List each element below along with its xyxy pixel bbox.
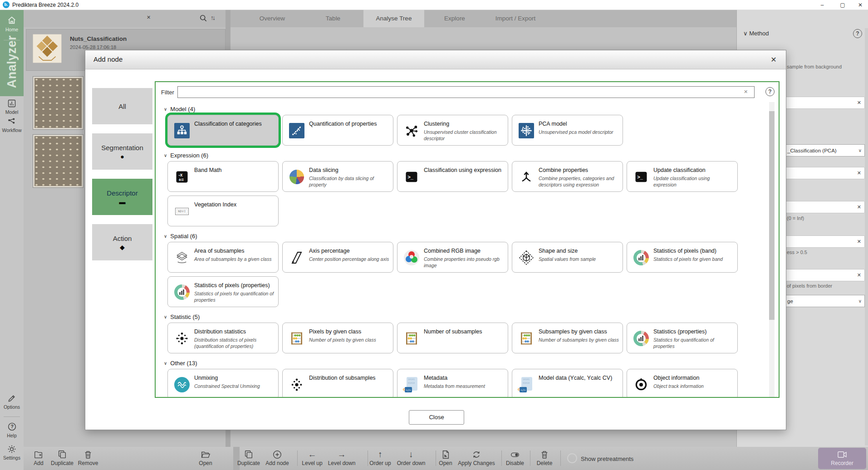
node-card-combine-properties[interactable]: Combine propertiesCombine properties, ca… (512, 161, 623, 192)
search-icon[interactable] (199, 14, 208, 24)
toolbar-button-order-down[interactable]: ↓Order down (390, 449, 432, 466)
node-card-pixels-by-given-class[interactable]: Pixels by given classNumber of pixels by… (282, 323, 393, 353)
filter-clear-icon[interactable]: ✕ (744, 89, 748, 95)
remove-icon[interactable]: ✕ (857, 239, 861, 245)
method-scrollbar[interactable] (865, 28, 868, 446)
toolbar-button-apply-changes[interactable]: Apply Changes (450, 449, 503, 466)
node-card-object-information[interactable]: Object informationObject track informati… (627, 369, 738, 397)
node-card-metadata[interactable]: 1010101010</>cMetadataMetadata from meas… (397, 369, 508, 397)
toolbar-button-remove[interactable]: Remove (74, 449, 102, 466)
node-card-combined-rgb-image[interactable]: Combined RGB imageCombine properties int… (397, 242, 508, 273)
category-button-action[interactable]: Action◆ (92, 224, 152, 260)
method-dropdown[interactable]: ge∨ (784, 295, 865, 307)
pretreatment-row: ✕ (784, 167, 865, 179)
filter-input[interactable] (177, 86, 755, 98)
node-card-statistics-properties[interactable]: Statistics (properties)Statistics for qu… (627, 323, 738, 353)
close-button[interactable]: Close (409, 410, 464, 425)
node-card-classification-of-categories[interactable]: Classification of categories (167, 115, 279, 146)
method-help-icon[interactable]: ? (853, 29, 862, 38)
node-card-classification-using-expression[interactable]: >_Classification using expression (397, 161, 508, 192)
tab-overview[interactable]: Overview (242, 10, 303, 27)
toolbar-button-label: Open (196, 460, 216, 466)
category-button-descriptor[interactable]: Descriptor▬ (92, 179, 152, 215)
toolbar-button-level-down[interactable]: →Level down (321, 449, 363, 466)
sidebar-item-settings[interactable]: Settings (0, 445, 24, 460)
recorder-button[interactable]: Recorder (818, 448, 866, 469)
node-card-axis-percentage[interactable]: Axis percentageCenter position percentag… (282, 242, 393, 273)
show-pretreatments-toggle[interactable] (567, 453, 577, 463)
node-card-model-data-ycalc-ycalc-cv[interactable]: 1010101010</>cModel data (Ycalc, Ycalc C… (512, 369, 623, 397)
project-thumbnail-icon (33, 34, 62, 65)
node-card-update-classification[interactable]: >_Update classificationUpdate classifica… (627, 161, 738, 192)
band-math-icon: -x+= (173, 168, 191, 186)
node-card-title: Classification using expression (424, 167, 506, 173)
sidebar-item-model[interactable]: Model (0, 99, 24, 115)
node-card-subtitle: Metadata from measurement (424, 383, 504, 390)
tab-table[interactable]: Table (303, 10, 363, 27)
dialog-close-icon[interactable]: ✕ (767, 54, 780, 65)
remove-icon[interactable]: ✕ (857, 204, 861, 210)
measurement-thumbnail[interactable] (33, 76, 83, 130)
toolbar-button-disable[interactable]: Disable (500, 449, 530, 466)
node-card-quantification-of-properties[interactable]: Quantification of properties (282, 115, 393, 146)
remove-icon[interactable]: ✕ (857, 100, 861, 106)
toolbar-button-open[interactable]: Open (196, 449, 216, 466)
sidebar-item-options[interactable]: Options (0, 394, 24, 410)
node-card-data-slicing[interactable]: Data slicingClassification by data slici… (282, 161, 393, 192)
method-label: (0 = Inf) (787, 215, 804, 221)
node-card-number-of-subsamples[interactable]: Number of subsamples (397, 323, 508, 353)
svg-text:>_: >_ (637, 174, 643, 180)
bottom-toolbar: AddDuplicateRemoveOpenDuplicateAdd node←… (24, 447, 868, 470)
tab-import-export[interactable]: Import / Export (485, 10, 546, 27)
section-header-other[interactable]: ∨Other (13) (164, 358, 767, 368)
remove-icon[interactable]: ✕ (857, 170, 861, 176)
section-header-spatial[interactable]: ∨Spatial (6) (164, 231, 767, 241)
section-header-expression[interactable]: ∨Expression (6) (164, 150, 767, 160)
node-card-subsamples-by-given-class[interactable]: Subsamples by given classNumber of subsa… (512, 323, 623, 353)
node-card-statistics-of-pixels-properties[interactable]: Statistics of pixels (properties)Statist… (167, 276, 279, 307)
minimize-button[interactable]: – (814, 0, 830, 10)
node-card-area-of-subsamples[interactable]: Area of subsamplesArea of subsamples by … (167, 242, 279, 273)
maximize-button[interactable]: ▢ (835, 0, 850, 10)
remove-icon[interactable]: ✕ (857, 272, 861, 278)
dots-distribution-icon (288, 376, 306, 394)
node-card-pca-model[interactable]: PCA modelUnsupervised pca model descript… (512, 115, 623, 146)
terminal-icon: >_ (402, 168, 421, 186)
tab-analyse-tree[interactable]: Analyse Tree (363, 10, 424, 27)
section-header-statistic[interactable]: ∨Statistic (5) (164, 312, 767, 322)
node-card-distribution-of-subsamples[interactable]: Distribution of subsamples (282, 369, 393, 397)
toolbar-button-label: Delete (531, 460, 558, 466)
method-dropdown[interactable]: _Classification (PCA)∨ (784, 144, 865, 157)
section-header-model[interactable]: ∨Model (4) (164, 104, 767, 114)
sort-icon[interactable]: ↑↓ (211, 14, 214, 21)
method-panel-title: Method (749, 30, 769, 37)
toolbar-button-label: Apply Changes (450, 460, 503, 466)
measurement-thumbnail[interactable] (33, 134, 83, 188)
node-sections-list: ∨Model (4)Classification of categoriesQu… (159, 102, 767, 397)
node-card-vegetation-index[interactable]: NDVIVegetation Index (167, 196, 279, 226)
tab-explore[interactable]: Explore (424, 10, 485, 27)
node-card-band-math[interactable]: -x+=Band Math (167, 161, 279, 192)
toolbar-button-add-node[interactable]: Add node (260, 449, 294, 466)
node-card-distribution-statistics[interactable]: Distribution statisticsDistribution stat… (167, 323, 279, 353)
filter-label: Filter (161, 89, 174, 96)
dialog-scrollbar[interactable] (769, 102, 775, 397)
clear-icon[interactable]: ✕ (147, 15, 151, 20)
category-button-all[interactable]: All (92, 88, 152, 124)
node-card-clustering[interactable]: ClusteringUnsupervised cluster classific… (397, 115, 508, 146)
scrollbar-thumb[interactable] (769, 111, 775, 320)
node-card-subtitle: Constrained Spectral Unmixing (194, 383, 275, 390)
chevron-down-icon: ∨ (743, 30, 748, 37)
sidebar-item-help[interactable]: ? Help (0, 422, 24, 438)
window-close-button[interactable]: ✕ (853, 0, 868, 10)
node-card-shape-and-size[interactable]: Shape and sizeSpatial values from sample (512, 242, 623, 273)
node-card-statistics-of-pixels-band[interactable]: Statistics of pixels (band)Statistics of… (627, 242, 738, 273)
method-panel-header[interactable]: ∨ Method (743, 30, 769, 37)
node-card-title: Combined RGB image (424, 248, 506, 254)
node-card-unmixing[interactable]: UnmixingConstrained Spectral Unmixing (167, 369, 279, 397)
node-card-subtitle: Statistics for quantification of propert… (653, 337, 734, 349)
toolbar-button-delete[interactable]: Delete (531, 449, 558, 466)
dialog-help-icon[interactable]: ? (765, 87, 775, 96)
sidebar-item-workflow[interactable]: Workflow (0, 117, 24, 133)
category-button-segmentation[interactable]: Segmentation● (92, 133, 152, 170)
